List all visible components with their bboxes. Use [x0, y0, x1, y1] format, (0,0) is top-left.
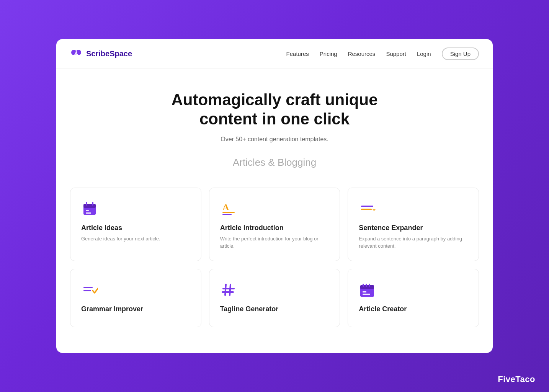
card-article-ideas-title: Article Ideas — [81, 224, 190, 232]
svg-marker-13 — [373, 209, 376, 211]
svg-rect-4 — [86, 202, 87, 206]
nav-pricing[interactable]: Pricing — [320, 51, 337, 57]
svg-rect-24 — [369, 284, 370, 287]
signup-button[interactable]: Sign Up — [442, 47, 479, 60]
card-tagline-generator-title: Tagline Generator — [220, 305, 329, 313]
grammar-icon — [81, 281, 98, 298]
nav-login[interactable]: Login — [417, 51, 431, 57]
svg-rect-23 — [366, 284, 367, 287]
main-card: ScribeSpace Features Pricing Resources S… — [56, 39, 493, 353]
nav-links: Features Pricing Resources Support Login… — [286, 47, 479, 60]
navbar: ScribeSpace Features Pricing Resources S… — [56, 39, 493, 69]
card-article-intro-desc: Write the perfect introduction for your … — [220, 235, 329, 250]
cards-area: Article Ideas Generate ideas for your ne… — [56, 180, 493, 339]
svg-rect-12 — [361, 209, 372, 210]
svg-rect-25 — [363, 291, 366, 292]
card-grammar-improver-title: Grammar Improver — [81, 305, 190, 313]
card-sentence-expander[interactable]: Sentence Expander Expand a sentence into… — [348, 188, 479, 261]
section-label: Articles & Blogging — [70, 157, 479, 168]
svg-rect-3 — [83, 204, 96, 208]
hero-section: Automagically craft unique content in on… — [56, 69, 493, 180]
svg-line-16 — [225, 284, 226, 295]
footer-brand: FiveTaco — [498, 374, 535, 384]
svg-rect-11 — [361, 206, 373, 207]
card-article-introduction[interactable]: A Article Introduction Write the perfect… — [209, 188, 340, 261]
creator-icon — [359, 281, 376, 298]
card-tagline-generator[interactable]: Tagline Generator — [209, 269, 340, 327]
card-grammar-improver[interactable]: Grammar Improver — [70, 269, 201, 327]
svg-rect-15 — [83, 290, 91, 291]
hero-subtitle: Over 50+ content generation templates. — [70, 136, 479, 143]
card-sentence-expander-title: Sentence Expander — [359, 224, 468, 232]
svg-rect-9 — [222, 212, 235, 213]
svg-rect-7 — [86, 212, 91, 214]
hero-title: Automagically craft unique content in on… — [160, 90, 389, 129]
nav-support[interactable]: Support — [386, 51, 406, 57]
article-ideas-icon — [81, 200, 98, 217]
card-article-ideas[interactable]: Article Ideas Generate ideas for your ne… — [70, 188, 201, 261]
svg-rect-6 — [86, 210, 89, 211]
card-sentence-expander-desc: Expand a sentence into a paragraph by ad… — [359, 235, 468, 250]
tagline-icon — [220, 281, 237, 298]
article-intro-icon: A — [220, 200, 237, 217]
card-article-creator-title: Article Creator — [359, 305, 468, 313]
card-article-ideas-desc: Generate ideas for your next article. — [81, 235, 190, 243]
svg-text:A: A — [222, 202, 229, 212]
svg-rect-26 — [363, 294, 370, 295]
nav-features[interactable]: Features — [286, 51, 309, 57]
card-article-intro-title: Article Introduction — [220, 224, 329, 232]
logo-icon — [70, 48, 82, 60]
svg-rect-14 — [83, 287, 93, 288]
cards-grid: Article Ideas Generate ideas for your ne… — [70, 188, 479, 327]
logo-area: ScribeSpace — [70, 48, 132, 60]
sentence-icon — [359, 200, 376, 217]
svg-rect-22 — [363, 284, 364, 287]
svg-rect-10 — [222, 214, 232, 215]
card-article-creator[interactable]: Article Creator — [348, 269, 479, 327]
nav-resources[interactable]: Resources — [348, 51, 376, 57]
svg-rect-5 — [92, 202, 93, 206]
brand-name: ScribeSpace — [86, 49, 132, 58]
svg-line-17 — [230, 284, 230, 295]
